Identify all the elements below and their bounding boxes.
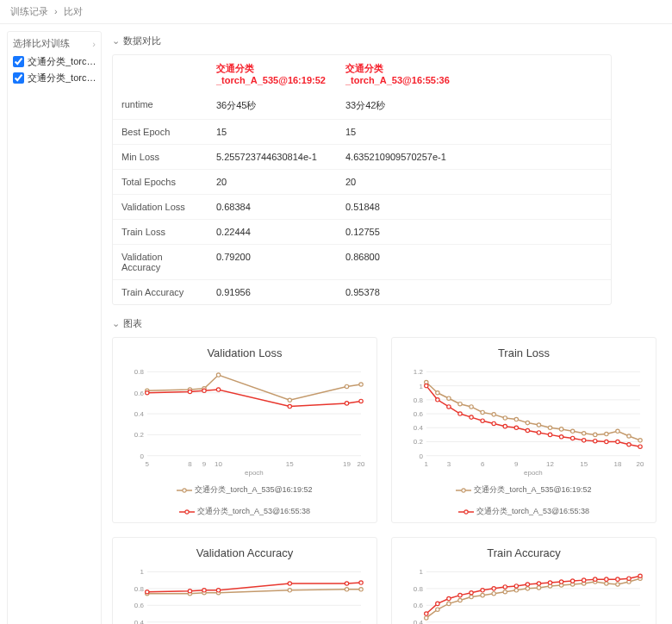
svg-point-194	[559, 580, 563, 583]
svg-text:1: 1	[140, 568, 144, 576]
table-row: Train Accuracy0.919560.95378	[113, 279, 611, 304]
svg-point-172	[537, 586, 540, 590]
svg-point-171	[526, 587, 529, 590]
svg-text:0.8: 0.8	[134, 368, 145, 376]
svg-text:0: 0	[140, 452, 144, 460]
svg-text:19: 19	[343, 460, 351, 468]
svg-point-64	[481, 410, 484, 414]
svg-point-170	[514, 589, 518, 592]
svg-point-88	[526, 428, 529, 432]
row-label: runtime	[113, 92, 208, 119]
svg-point-89	[537, 431, 540, 434]
breadcrumb-link-records[interactable]: 训练记录	[10, 6, 48, 16]
svg-point-63	[470, 405, 473, 409]
row-value-col1: 0.91956	[208, 280, 337, 304]
svg-text:8: 8	[188, 460, 192, 468]
svg-point-129	[359, 588, 363, 591]
table-row: Min Loss5.255723744630814e-14.6352109095…	[113, 144, 611, 169]
svg-point-87	[514, 426, 518, 429]
svg-point-83	[470, 415, 473, 419]
svg-point-22	[288, 398, 291, 402]
table-row: Train Loss0.224440.12755	[113, 219, 611, 244]
svg-point-200	[627, 577, 631, 580]
svg-text:0.4: 0.4	[134, 410, 145, 418]
svg-point-167	[481, 593, 484, 596]
svg-text:10: 10	[215, 460, 222, 468]
svg-point-62	[458, 402, 462, 406]
sidebar-item-label: 交通分类_torc…	[28, 55, 96, 68]
svg-point-196	[582, 578, 586, 582]
checkbox-run2[interactable]	[13, 72, 24, 84]
svg-point-188	[492, 587, 495, 590]
svg-point-183	[436, 602, 439, 605]
svg-point-85	[492, 421, 495, 425]
svg-text:0.6: 0.6	[414, 410, 424, 418]
row-label: Validation Loss	[113, 195, 208, 219]
table-row: runtime36分45秒33分42秒	[113, 92, 611, 119]
row-value-col1: 0.79200	[208, 245, 337, 279]
svg-text:3: 3	[447, 460, 451, 468]
svg-text:9: 9	[202, 460, 207, 468]
svg-text:5: 5	[146, 460, 150, 468]
section-header-data[interactable]: ⌄ 数据对比	[112, 34, 662, 47]
svg-point-94	[594, 439, 597, 442]
svg-point-25	[146, 391, 149, 395]
row-value-col2: 4.635210909570257e-1	[337, 145, 466, 169]
svg-point-23	[345, 384, 348, 388]
svg-text:20: 20	[358, 460, 365, 468]
legend-item: 交通分类_torch_A_53@16:55:38	[179, 506, 310, 517]
svg-point-78	[638, 439, 642, 442]
legend-item: 交通分类_torch_A_53@16:55:38	[458, 506, 589, 517]
row-label: Train Loss	[113, 220, 208, 244]
svg-text:6: 6	[481, 460, 485, 468]
svg-text:0.8: 0.8	[414, 585, 424, 593]
svg-point-30	[345, 402, 348, 405]
svg-point-81	[447, 405, 451, 409]
svg-text:0.4: 0.4	[414, 619, 424, 624]
chart-svg: 00.20.40.60.858910151920epoch	[121, 365, 368, 477]
section-header-charts[interactable]: ⌄ 图表	[112, 317, 662, 330]
row-value-col2: 0.86800	[337, 245, 466, 279]
svg-point-136	[359, 581, 363, 584]
table-header-col2: 交通分类_torch_A_53@16:55:36	[337, 55, 466, 92]
sidebar-item-label: 交通分类_torc…	[28, 72, 96, 84]
svg-point-67	[514, 417, 518, 421]
svg-point-187	[481, 589, 484, 592]
sidebar-item-run1[interactable]: 交通分类_torc…	[13, 55, 96, 68]
svg-point-130	[146, 590, 149, 594]
chart-card: Validation Accuracy00.20.40.60.815891015…	[112, 537, 377, 624]
main-content: ⌄ 数据对比 交通分类_torch_A_535@16:19:52 交通分类_to…	[109, 24, 672, 624]
table-row: Validation Accuracy0.792000.86800	[113, 244, 611, 279]
chart-title: Train Loss	[401, 346, 647, 359]
svg-point-98	[638, 445, 642, 448]
row-label: Train Accuracy	[113, 280, 208, 304]
svg-point-80	[436, 398, 439, 402]
svg-point-169	[503, 590, 507, 594]
svg-point-184	[447, 596, 451, 600]
svg-point-102	[464, 509, 468, 513]
checkbox-run1[interactable]	[13, 56, 24, 67]
row-value-col1: 36分45秒	[208, 92, 337, 119]
chevron-right-icon[interactable]	[92, 39, 96, 49]
sidebar: 选择比对训练 交通分类_torc… 交通分类_torc…	[7, 31, 102, 624]
section-title: 数据对比	[123, 34, 161, 47]
row-value-col2: 15	[337, 120, 466, 144]
svg-point-178	[605, 582, 608, 585]
table-row: Total Epochs2020	[113, 169, 611, 194]
chart-card: Validation Loss00.20.40.60.858910151920e…	[112, 337, 377, 523]
svg-point-92	[570, 436, 574, 440]
svg-text:epoch: epoch	[245, 469, 264, 477]
sidebar-item-run2[interactable]: 交通分类_torc…	[13, 72, 96, 84]
svg-text:0.8: 0.8	[414, 396, 424, 404]
svg-point-77	[627, 434, 631, 438]
table-row: Validation Loss0.683840.51848	[113, 194, 611, 219]
svg-point-65	[492, 413, 495, 416]
svg-point-61	[447, 396, 451, 400]
svg-point-28	[216, 388, 220, 391]
svg-point-165	[458, 598, 462, 602]
chart-title: Train Accuracy	[401, 546, 647, 559]
svg-point-70	[548, 426, 551, 429]
svg-point-134	[288, 582, 291, 585]
svg-point-198	[605, 577, 608, 581]
svg-text:15: 15	[580, 460, 588, 468]
